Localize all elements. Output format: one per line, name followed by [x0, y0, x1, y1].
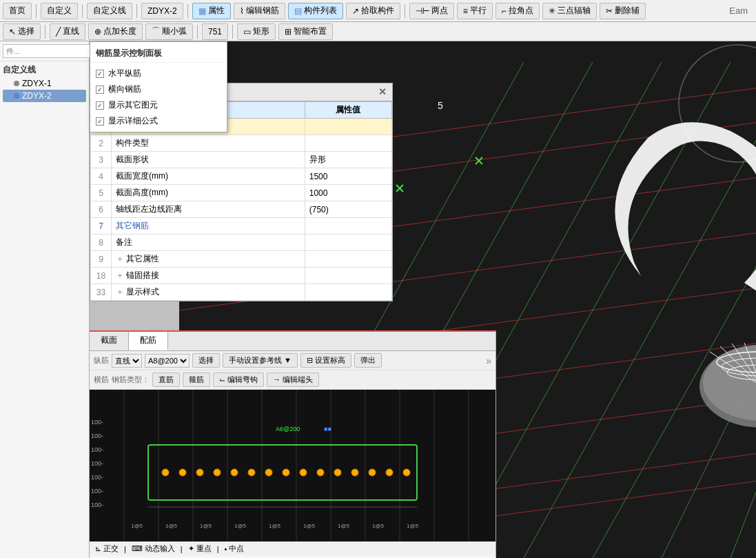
prop-close-btn[interactable]: ✕ [378, 86, 387, 98]
status-midpoint1[interactable]: ✦ 重点 [188, 544, 212, 554]
smart-arrange-btn[interactable]: ⊞ 智能布置 [278, 23, 333, 40]
pick-component-btn[interactable]: ↗ 拾取构件 [346, 3, 400, 19]
rebar-canvas[interactable]: 100- 100- 100- 100- 100- 100- 100- [90, 390, 496, 541]
delete-aux-btn[interactable]: ✂ 删除辅 [600, 3, 646, 19]
svg-text:100-: 100- [91, 419, 103, 426]
corner-icon: ⌐ [502, 6, 507, 16]
dropdown-item-1[interactable]: ✓ 水平纵筋 [90, 66, 227, 81]
svg-text:1@5: 1@5 [131, 523, 143, 529]
sep-s4: | [124, 545, 126, 553]
status-dynamic[interactable]: ⌨ 动态输入 [132, 544, 175, 554]
dropdown-panel: 钢筋显示控制面板 ✓ 水平纵筋 ✓ 横向钢筋 ✓ 显示其它图元 ✓ 显示详细公式 [90, 41, 227, 132]
main-area: 🔍 自定义线 ZDYX-1 ZDYX-2 [0, 41, 756, 558]
list-icon: ▤ [294, 6, 302, 16]
svg-text:5: 5 [438, 100, 443, 111]
end-icon: → [273, 375, 280, 383]
height-icon: ⊟ [307, 356, 313, 364]
more-icon: » [486, 355, 491, 366]
label-zujin: 纵筋 [94, 355, 109, 366]
small-arc-btn[interactable]: ⌒ 顺小弧 [145, 23, 193, 40]
second-toolbar: ↖ 选择 ╱ 直线 ⊕ 点加长度 ⌒ 顺小弧 751 ▭ 矩形 ⊞ 智能布置 [0, 22, 756, 41]
btn-popup[interactable]: 弹出 [354, 353, 382, 368]
dyn-icon: ⌨ [132, 544, 143, 553]
property-btn[interactable]: ▦ 属性 [192, 3, 231, 19]
tree-item-zdyx2[interactable]: ZDYX-2 [3, 90, 86, 102]
checkbox-2[interactable]: ✓ [96, 86, 104, 94]
sep-s5: | [181, 545, 183, 553]
checkbox-1[interactable]: ✓ [96, 70, 104, 78]
component-list-btn[interactable]: ▤ 构件列表 [288, 3, 343, 19]
rect-btn[interactable]: ▭ 矩形 [237, 23, 276, 40]
dropdown-arrow-icon: ▼ [284, 356, 292, 364]
svg-point-80 [369, 469, 376, 476]
sep-s3 [232, 25, 233, 39]
svg-point-74 [265, 469, 272, 476]
status-midpoint2[interactable]: • 中点 [225, 544, 245, 554]
custom-btn[interactable]: 自定义 [41, 3, 78, 19]
sep4 [187, 4, 188, 18]
btn-cage[interactable]: 箍筋 [183, 372, 210, 387]
tree-item-zdyx1[interactable]: ZDYX-1 [3, 77, 86, 90]
bottom-panel: 截面 配筋 纵筋 直线 A8@200 选择 手动设置参考线 ▼ ⊟ 设置标高 [90, 330, 496, 558]
sep-s1 [45, 25, 45, 39]
svg-text:1@5: 1@5 [338, 523, 350, 529]
dropdown-item-2[interactable]: ✓ 横向钢筋 [90, 81, 227, 97]
svg-point-70 [196, 469, 203, 476]
dropdown-item-4[interactable]: ✓ 显示详细公式 [90, 113, 227, 129]
btn-straight[interactable]: 直筋 [152, 372, 180, 387]
two-points-btn[interactable]: ⊣⊢ 两点 [409, 3, 454, 19]
svg-text:1@5: 1@5 [234, 523, 247, 529]
btn-edit-end[interactable]: → 编辑端头 [267, 372, 319, 387]
svg-text:1@5: 1@5 [407, 523, 419, 529]
dot-icon: • [225, 545, 227, 553]
select-line-type[interactable]: 直线 [112, 354, 142, 368]
num751-btn[interactable]: 751 [202, 23, 228, 40]
checkbox-4[interactable]: ✓ [96, 117, 104, 126]
zdyx2-btn[interactable]: ZDYX-2 [141, 3, 183, 19]
btn-set-ref[interactable]: 手动设置参考线 ▼ [223, 353, 298, 368]
select-spec[interactable]: A8@200 [145, 354, 190, 368]
add-length-btn[interactable]: ⊕ 点加长度 [88, 23, 143, 40]
svg-text:1@5: 1@5 [165, 523, 178, 529]
svg-text:1@5: 1@5 [200, 523, 212, 529]
sep3 [136, 4, 137, 18]
svg-rect-48 [90, 390, 496, 541]
three-axis-btn[interactable]: ✳ 三点辐轴 [542, 3, 597, 19]
svg-point-77 [317, 469, 324, 476]
rect-icon: ▭ [243, 27, 251, 37]
svg-point-78 [334, 469, 341, 476]
tab-rebar[interactable]: 配筋 [129, 332, 168, 350]
custom-line-btn[interactable]: 自定义线 [87, 3, 132, 19]
btn-set-height[interactable]: ⊟ 设置标高 [300, 353, 351, 368]
svg-point-73 [248, 469, 255, 476]
mid-icon: ✦ [188, 544, 194, 553]
home-btn[interactable]: 首页 [3, 3, 32, 19]
left-panel: 🔍 自定义线 ZDYX-1 ZDYX-2 [0, 41, 90, 558]
bottom-status-bar: ⊾ 正交 | ⌨ 动态输入 | ✦ 重点 | • 中点 [90, 541, 496, 555]
tab-section[interactable]: 截面 [90, 332, 129, 350]
corner-angle-btn[interactable]: ⌐ 拉角点 [496, 3, 540, 19]
tree-section: 自定义线 ZDYX-1 ZDYX-2 [3, 64, 86, 102]
col-value: 属性值 [305, 102, 391, 119]
select-btn[interactable]: ↖ 选择 [3, 23, 41, 40]
bottom-tabs: 截面 配筋 [90, 332, 496, 351]
svg-text:100-: 100- [91, 488, 103, 495]
svg-point-69 [179, 469, 186, 476]
rebar-type-toolbar: 横筋 钢筋类型： 直筋 箍筋 ⌙ 编辑弯钩 → 编辑端头 [90, 370, 496, 390]
checkbox-3[interactable]: ✓ [96, 101, 104, 110]
svg-point-81 [386, 469, 393, 476]
edit-rebar-btn[interactable]: ⌇ 编辑钢筋 [234, 3, 285, 19]
btn-edit-hook[interactable]: ⌙ 编辑弯钩 [213, 372, 264, 387]
status-orthogonal[interactable]: ⊾ 正交 [95, 544, 119, 554]
tree-section-title: 自定义线 [3, 64, 86, 76]
line-btn[interactable]: ╱ 直线 [50, 23, 85, 40]
svg-text:1@5: 1@5 [372, 523, 385, 529]
btn-select[interactable]: 选择 [192, 353, 220, 368]
svg-point-82 [403, 469, 410, 476]
parallel-btn[interactable]: ≡ 平行 [457, 3, 493, 19]
tree-dot-1 [14, 81, 19, 86]
svg-text:100-: 100- [91, 460, 103, 467]
dropdown-item-3[interactable]: ✓ 显示其它图元 [90, 97, 227, 113]
svg-text:100-: 100- [91, 432, 103, 439]
line-icon: ╱ [56, 27, 61, 37]
